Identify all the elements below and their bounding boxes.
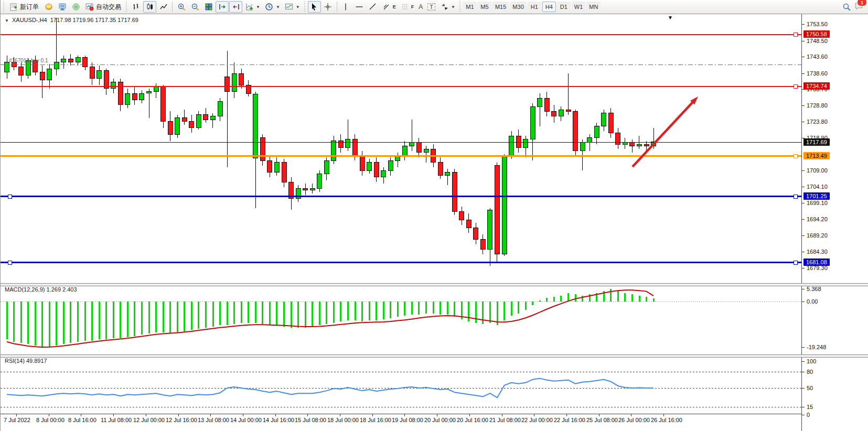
equidistant-channel-tool-button[interactable]: E [380,1,398,13]
macd-axis-label: -19.248 [802,344,826,350]
toolbar-drag-handle[interactable] [459,2,462,12]
dropdown-caret: ▼ [451,5,455,9]
cursor-icon [310,3,319,12]
timeframe-mn-button[interactable]: MN [586,2,601,12]
timeframe-w1-button[interactable]: W1 [572,2,586,12]
price-level-badge: 1701.25 [803,192,830,200]
time-axis-label: 18 Jul 16:00 [360,417,391,423]
timeframe-h1-button[interactable]: H1 [528,2,541,12]
templates-button[interactable]: ▼ [283,1,302,13]
rsi-indicator-label: RSI(14) 49.8917 [5,358,47,364]
zoom-out-button[interactable] [188,1,201,13]
price-tick-label: 1748.50 [802,38,828,44]
chart-shift-icon [231,3,240,12]
price-axis[interactable]: 1753.501748.501743.601738.601733.701728.… [801,14,868,431]
fibonacci-tool-button[interactable]: F [399,1,416,13]
candlestick-mode-button[interactable] [143,1,156,13]
chart-shift-button[interactable] [229,1,242,13]
tile-windows-icon [204,3,213,12]
gold-icon [44,3,53,12]
zoom-in-button[interactable] [175,1,188,13]
arrows-tool-button[interactable]: ▼ [438,1,457,13]
text-label-tool-button[interactable]: T [425,1,437,13]
toolbar-drag-handle[interactable] [3,2,5,12]
ohlc-values: 1717.98 1719.96 1717.35 1717.69 [50,17,138,23]
time-axis-label: 22 Jul 16:00 [554,417,585,423]
macd-pane-canvas[interactable] [1,286,801,354]
cursor-tool-button[interactable] [308,1,321,13]
crosshair-tool-button[interactable] [322,1,335,13]
auto-scroll-icon [218,3,227,12]
price-level-badge: 1734.74 [803,82,830,90]
rsi-axis-label: 0 [802,412,810,418]
expert-advisor-icon [58,3,67,12]
timeframe-m5-button[interactable]: M5 [478,2,491,12]
time-axis-label: 14 Jul 16:00 [263,417,294,423]
search-icon[interactable] [842,3,851,12]
time-axis-label: 7 Jul 2022 [4,417,30,423]
time-axis-label: 14 Jul 00:00 [230,417,262,423]
price-tick-label: 1704.10 [802,184,828,190]
pane-splitter[interactable] [1,283,868,286]
tile-windows-button[interactable] [202,1,215,13]
auto-trading-button[interactable]: 自动交易 [83,1,124,13]
toolbar-drag-handle[interactable] [304,2,306,12]
time-axis-label: 11 Jul 08:00 [101,417,132,423]
price-level-badge: 1713.49 [803,152,830,159]
price-tick-label: 1723.80 [802,118,828,125]
price-tick-label: 1743.60 [802,53,828,60]
line-chart-icon [159,3,168,12]
time-axis-label: 25 Jul 08:00 [586,417,618,423]
indicators-icon [245,3,254,12]
chart-title: ▼ XAUUSD-,H4 1717.98 1719.96 1717.35 171… [5,17,138,23]
notifications-button[interactable]: 1 [854,2,863,12]
price-level-badge: 1717.69 [803,138,830,146]
text-tool-icon: A [419,3,423,10]
bar-chart-mode-button[interactable] [130,1,143,13]
pane-splitter[interactable] [1,354,868,358]
time-axis-label: 8 Jul 00:00 [36,417,65,423]
price-chart-canvas[interactable]: #167013 buy 0.1 [1,14,801,283]
line-chart-mode-button[interactable] [157,1,170,13]
timeframe-m30-button[interactable]: M30 [510,2,526,12]
dropdown-caret: ▼ [256,5,260,9]
market-watch-button[interactable] [42,1,55,13]
price-level-badge: 1681.08 [803,258,830,266]
fibonacci-icon [401,3,410,12]
indicators-button[interactable]: ▼ [243,1,262,13]
timeframe-m1-button[interactable]: M1 [463,2,477,12]
notification-count-badge: 1 [857,0,867,6]
new-order-icon [9,3,18,12]
timeframe-group: M1 M5 M15 M30 H1 H4 D1 W1 MN [463,2,601,12]
chart-shift-marker-icon[interactable]: ▼ [668,15,673,20]
timeframe-d1-button[interactable]: D1 [557,2,571,12]
time-axis[interactable]: 7 Jul 20228 Jul 00:008 Jul 16:0011 Jul 0… [1,414,801,431]
trendline-icon [369,3,378,12]
price-tick-label: 1753.50 [802,21,828,27]
trendline-tool-button[interactable] [367,1,380,13]
vertical-line-tool-button[interactable] [339,1,352,13]
horizontal-line-tool-button[interactable] [353,1,366,13]
signals-button[interactable] [69,1,82,13]
timeframe-m15-button[interactable]: M15 [492,2,509,12]
auto-trading-icon [85,3,94,12]
expert-advisors-button[interactable] [56,1,69,13]
rsi-pane-canvas[interactable] [1,357,801,414]
symbol-period-label: XAUUSD-,H4 [12,17,47,23]
price-tick-label: 1738.60 [802,70,828,77]
timeframe-h4-button[interactable]: H4 [542,2,556,12]
zoom-out-icon [190,3,199,12]
time-axis-label: 26 Jul 16:00 [651,417,682,423]
periods-button[interactable]: ▼ [263,1,282,13]
signals-radar-icon [71,3,80,12]
time-axis-label: 20 Jul 00:00 [424,417,456,423]
new-order-button[interactable]: 新订单 [7,1,41,13]
price-tick-label: 1694.20 [802,216,828,222]
collapse-caret-icon[interactable]: ▼ [5,18,9,23]
fibonacci-letter: F [411,4,414,9]
text-tool-button[interactable]: A [416,1,425,13]
auto-scroll-button[interactable] [216,1,229,13]
price-tick-label: 1684.30 [802,249,828,255]
toolbar-drag-handle[interactable] [125,2,128,12]
main-toolbar: 新订单 自动交易 [1,0,868,14]
